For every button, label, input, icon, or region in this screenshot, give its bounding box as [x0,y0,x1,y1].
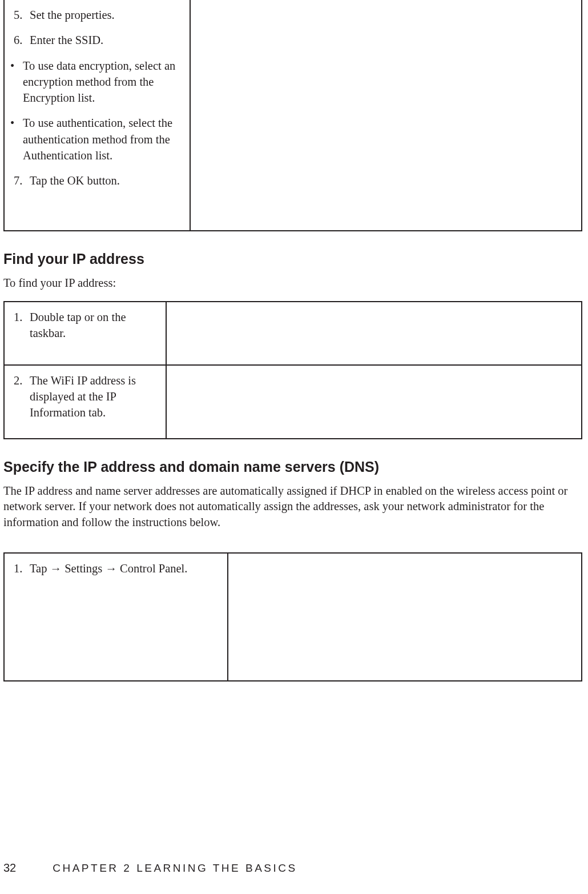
specify-ip-cell-right [228,553,582,681]
list-item: 5. Set the properties. [14,7,182,23]
specify-ip-table: 1. Tap → Settings → Control Panel. [3,552,582,681]
steps-cell-right [190,0,582,231]
page-number: 32 [3,861,16,875]
list-item: 2. The WiFi IP address is displayed at t… [14,372,158,421]
intro-find-ip: To find your IP address: [3,275,585,291]
steps-table-continued: 5. Set the properties. 6. Enter the SSID… [3,0,582,231]
steps-cell-left: 5. Set the properties. 6. Enter the SSID… [4,0,190,231]
list-item: 6. Enter the SSID. [14,32,182,48]
list-item: 1. Tap → Settings → Control Panel. [14,560,219,576]
heading-find-ip: Find your IP address [3,251,585,267]
find-ip-cell-1-right [166,302,582,365]
intro-specify-ip-dns: The IP address and name server addresses… [3,483,585,531]
find-ip-cell-2-left: 2. The WiFi IP address is displayed at t… [4,365,166,439]
list-item: 1. Double tap or on the taskbar. [14,309,158,342]
list-item: • To use data encryption, select an encr… [10,58,182,106]
heading-specify-ip-dns: Specify the IP address and domain name s… [3,459,585,475]
list-item: • To use authentication, select the auth… [10,115,182,163]
find-ip-table: 1. Double tap or on the taskbar. 2. The … [3,301,582,439]
page-footer: 32 CHAPTER 2 LEARNING THE BASICS [3,861,585,875]
find-ip-cell-1-left: 1. Double tap or on the taskbar. [4,302,166,365]
find-ip-cell-2-right [166,365,582,439]
specify-ip-cell-left: 1. Tap → Settings → Control Panel. [4,553,228,681]
chapter-title: CHAPTER 2 LEARNING THE BASICS [53,862,297,875]
list-item: 7. Tap the OK button. [14,173,182,189]
